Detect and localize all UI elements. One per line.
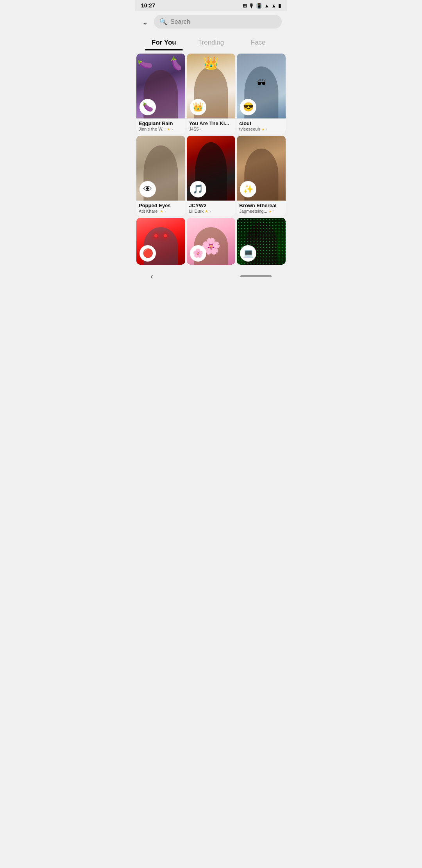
signal-icon: ▲ bbox=[271, 3, 276, 9]
author-name: Jinnie the W... bbox=[139, 127, 166, 131]
verified-star-icon: ★ bbox=[268, 209, 272, 213]
author-name: tyleeseeuh bbox=[239, 127, 260, 131]
status-bar: 10:27 ⊞ 🎙 📳 ▲ ▲ ▮ bbox=[135, 0, 287, 11]
filter-author-brown-ethereal: Jagmeetsing... ★ › bbox=[239, 209, 283, 213]
verified-star-icon: ★ bbox=[160, 209, 163, 213]
filter-item-popped-eyes[interactable]: 👁 Popped Eyes Atit Kharel ★ › bbox=[136, 136, 185, 216]
filter-info-you-are-the-king: You Are The Ki... J4S5 › bbox=[187, 118, 236, 134]
eggplant-right-icon: 🍆 bbox=[168, 56, 185, 72]
filter-name-jcyw2: JCYW2 bbox=[189, 203, 233, 208]
arrow-icon: › bbox=[266, 127, 267, 131]
filter-item-cherry-blossom[interactable]: 🌸 🌸 bbox=[187, 218, 236, 265]
filter-author-popped-eyes: Atit Kharel ★ › bbox=[139, 209, 183, 213]
red-eyes-decor bbox=[154, 234, 167, 237]
filter-item-matrix-face[interactable]: 💻 bbox=[237, 218, 286, 265]
tab-face[interactable]: Face bbox=[234, 36, 282, 50]
search-bar[interactable]: 🔍 bbox=[154, 15, 282, 29]
filter-item-jcyw2[interactable]: 🎵 JCYW2 Lil Durk ★ › bbox=[187, 136, 236, 216]
filter-item-red-glow[interactable]: 🔴 bbox=[136, 218, 185, 265]
author-name: Atit Kharel bbox=[139, 209, 159, 213]
filter-avatar-you-are-the-king: 👑 bbox=[190, 99, 206, 115]
eggplant-left-icon: 🍆 bbox=[136, 56, 154, 72]
arrow-icon: › bbox=[172, 127, 173, 131]
chevron-down-icon: ⌄ bbox=[142, 18, 148, 26]
tab-for-you[interactable]: For You bbox=[140, 36, 188, 50]
filter-image-clout: 🕶 😎 bbox=[237, 54, 286, 118]
filter-info-brown-ethereal: Brown Ethereal Jagmeetsing... ★ › bbox=[237, 201, 286, 216]
filter-item-eggplant-rain[interactable]: 🍆 🍆 🍆 Eggplant Rain Jinnie the W... ★ › bbox=[136, 54, 185, 134]
author-name: Jagmeetsing... bbox=[239, 209, 267, 213]
filter-name-you-are-the-king: You Are The Ki... bbox=[189, 120, 233, 126]
author-name: J4S5 bbox=[189, 127, 199, 131]
wifi-icon: ▲ bbox=[264, 3, 269, 9]
clipboard-icon: ⊞ bbox=[243, 3, 247, 9]
status-icons: ⊞ 🎙 📳 ▲ ▲ ▮ bbox=[243, 3, 281, 9]
clout-glasses-icon: 🕶 bbox=[257, 78, 266, 88]
arrow-icon: › bbox=[165, 209, 166, 213]
scroll-indicator bbox=[240, 275, 272, 277]
crown-decor-icon: 👑 bbox=[203, 56, 219, 70]
filter-image-matrix-face: 💻 bbox=[237, 218, 286, 265]
filter-author-you-are-the-king: J4S5 › bbox=[189, 127, 233, 131]
mic-icon: 🎙 bbox=[249, 3, 254, 9]
search-input[interactable] bbox=[170, 18, 276, 25]
filter-avatar-jcyw2: 🎵 bbox=[190, 181, 206, 197]
battery-icon: ▮ bbox=[278, 3, 281, 9]
filter-image-eggplant-rain: 🍆 🍆 🍆 bbox=[136, 54, 185, 118]
filter-name-popped-eyes: Popped Eyes bbox=[139, 203, 183, 208]
filter-author-clout: tyleeseeuh ★ › bbox=[239, 127, 283, 131]
filter-name-clout: clout bbox=[239, 120, 283, 126]
filter-item-clout[interactable]: 🕶 😎 clout tyleeseeuh ★ › bbox=[237, 54, 286, 134]
filter-image-popped-eyes: 👁 bbox=[136, 136, 185, 201]
verified-star-icon: ★ bbox=[205, 209, 208, 213]
filter-image-brown-ethereal: ✨ bbox=[237, 136, 286, 201]
tabs-bar: For You Trending Face bbox=[135, 32, 287, 50]
filter-image-jcyw2: 🎵 bbox=[187, 136, 236, 201]
back-nav-button[interactable]: ‹ bbox=[150, 272, 153, 281]
filter-info-clout: clout tyleeseeuh ★ › bbox=[237, 118, 286, 134]
filter-image-cherry-blossom: 🌸 🌸 bbox=[187, 218, 236, 265]
filter-item-brown-ethereal[interactable]: ✨ Brown Ethereal Jagmeetsing... ★ › bbox=[237, 136, 286, 216]
filter-name-eggplant-rain: Eggplant Rain bbox=[139, 120, 183, 126]
filter-author-eggplant-rain: Jinnie the W... ★ › bbox=[139, 127, 183, 131]
arrow-icon: › bbox=[209, 209, 211, 213]
filter-image-you-are-the-king: 👑 👑 bbox=[187, 54, 236, 118]
back-button[interactable]: ⌄ bbox=[140, 16, 150, 28]
arrow-icon: › bbox=[273, 209, 274, 213]
verified-star-icon: ★ bbox=[167, 127, 170, 131]
bottom-bar: ‹ bbox=[135, 268, 287, 284]
status-time: 10:27 bbox=[141, 2, 155, 9]
search-icon: 🔍 bbox=[159, 18, 167, 25]
author-name: Lil Durk bbox=[189, 209, 204, 213]
filters-grid: 🍆 🍆 🍆 Eggplant Rain Jinnie the W... ★ › … bbox=[135, 50, 287, 268]
filter-image-red-glow: 🔴 bbox=[136, 218, 185, 265]
filter-info-jcyw2: JCYW2 Lil Durk ★ › bbox=[187, 201, 236, 216]
filter-info-popped-eyes: Popped Eyes Atit Kharel ★ › bbox=[136, 201, 185, 216]
header: ⌄ 🔍 bbox=[135, 11, 287, 32]
filter-info-eggplant-rain: Eggplant Rain Jinnie the W... ★ › bbox=[136, 118, 185, 134]
tab-trending[interactable]: Trending bbox=[188, 36, 235, 50]
filter-author-jcyw2: Lil Durk ★ › bbox=[189, 209, 233, 213]
filter-avatar-cherry-blossom: 🌸 bbox=[190, 245, 206, 262]
vibrate-icon: 📳 bbox=[256, 3, 262, 9]
filter-name-brown-ethereal: Brown Ethereal bbox=[239, 203, 283, 208]
filter-avatar-eggplant-rain: 🍆 bbox=[139, 99, 156, 115]
filter-item-you-are-the-king[interactable]: 👑 👑 You Are The Ki... J4S5 › bbox=[187, 54, 236, 134]
arrow-icon: › bbox=[200, 127, 201, 131]
verified-star-icon: ★ bbox=[261, 127, 265, 131]
